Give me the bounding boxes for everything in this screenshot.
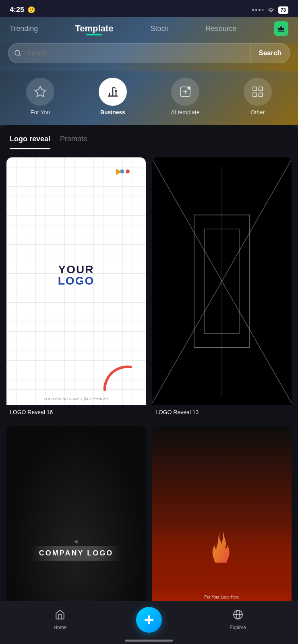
template-card-logo16[interactable]: YOUR LOGO YOUR BRAND NAME < @COPYRIGHT L… xyxy=(6,157,146,419)
template-grid: YOUR LOGO YOUR BRAND NAME < @COPYRIGHT L… xyxy=(0,149,298,644)
svg-text:+: + xyxy=(188,87,189,89)
status-time: 4:25 xyxy=(10,6,24,14)
nav-active-indicator xyxy=(86,34,102,35)
nav-home[interactable]: Home xyxy=(40,609,80,630)
search-button[interactable]: Search xyxy=(250,43,290,63)
home-indicator xyxy=(125,640,173,642)
add-button[interactable] xyxy=(136,607,162,633)
ai-template-label: AI template xyxy=(171,109,200,116)
category-business[interactable]: Business xyxy=(97,78,129,116)
status-bar: 4:25 🙂 73 xyxy=(0,0,298,17)
main-content: Logo reveal Promote YOUR LOGO YOUR xyxy=(0,125,298,644)
search-icon xyxy=(8,50,27,57)
home-icon xyxy=(55,609,65,622)
search-input[interactable] xyxy=(27,49,250,57)
svg-marker-1 xyxy=(35,87,46,97)
nav-resource[interactable]: Resource xyxy=(206,25,237,33)
template-thumb-logo16: YOUR LOGO YOUR BRAND NAME < @COPYRIGHT xyxy=(6,157,146,405)
nav-explore[interactable]: Explore xyxy=(218,609,258,630)
signal-icon xyxy=(252,9,264,11)
nav-trending[interactable]: Trending xyxy=(10,25,38,33)
search-bar[interactable]: Search xyxy=(8,43,290,63)
svg-rect-19 xyxy=(145,619,154,621)
sub-tabs: Logo reveal Promote xyxy=(0,125,298,149)
category-for-you[interactable]: For You xyxy=(24,78,56,116)
nav-template[interactable]: Template xyxy=(75,23,114,33)
nav-stock[interactable]: Stock xyxy=(151,25,169,33)
svg-rect-12 xyxy=(259,93,263,97)
home-label: Home xyxy=(54,625,66,630)
other-label: Other xyxy=(250,109,265,116)
search-container: Search xyxy=(0,43,298,71)
svg-point-5 xyxy=(115,90,117,92)
template-card-logo13[interactable]: LOGO Reveal 13 xyxy=(152,157,292,419)
nav-template-wrap: Template xyxy=(75,23,114,34)
business-label: Business xyxy=(100,109,125,116)
category-other[interactable]: Other xyxy=(242,78,274,116)
tab-logo-reveal[interactable]: Logo reveal xyxy=(10,135,50,149)
for-you-label: For You xyxy=(31,109,50,116)
template-thumb-logo13 xyxy=(152,157,292,405)
smiley-icon: 🙂 xyxy=(27,6,35,14)
ai-template-icon: + xyxy=(171,78,199,106)
bottom-nav: Home Explore xyxy=(0,601,298,644)
other-icon xyxy=(244,78,272,106)
top-nav: Trending Template Stock Resource xyxy=(0,17,298,43)
status-icons: 73 xyxy=(252,6,288,14)
category-ai-template[interactable]: + AI template xyxy=(169,78,201,116)
wifi-icon xyxy=(267,6,275,14)
explore-label: Explore xyxy=(230,625,246,630)
category-row: For You Business xyxy=(0,71,298,125)
battery-indicator: 73 xyxy=(278,6,288,14)
business-icon xyxy=(99,78,127,106)
template-name-logo16: LOGO Reveal 16 xyxy=(6,405,146,419)
svg-rect-9 xyxy=(253,87,257,91)
tab-promote[interactable]: Promote xyxy=(60,135,87,149)
template-name-logo13: LOGO Reveal 13 xyxy=(152,405,292,419)
explore-icon xyxy=(233,609,243,622)
premium-badge[interactable] xyxy=(274,21,288,36)
svg-rect-10 xyxy=(259,87,263,91)
for-you-icon xyxy=(26,78,54,106)
svg-rect-11 xyxy=(253,93,257,97)
